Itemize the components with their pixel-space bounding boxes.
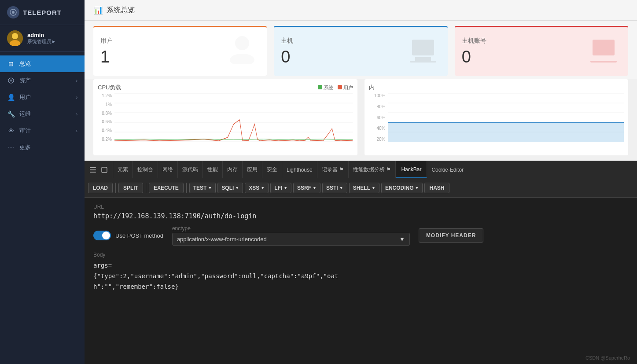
- sidebar-nav: ⊞ 总览 资产 › 👤 用户 › 🔧 运维 › 👁: [0, 52, 85, 156]
- enctype-select[interactable]: application/x-www-form-urlencoded ▼: [172, 233, 410, 246]
- dashboard-header: 📊 系统总览: [85, 0, 637, 21]
- sidebar-item-more[interactable]: ⋯ 更多: [0, 139, 85, 156]
- hash-button[interactable]: HASH: [424, 183, 449, 193]
- svg-rect-10: [410, 61, 436, 63]
- svg-rect-27: [90, 169, 96, 170]
- sidebar-item-users[interactable]: 👤 用户 ›: [0, 89, 85, 106]
- body-content[interactable]: args= {"type":2,"username":"admin","pass…: [93, 261, 628, 292]
- user-role-label: 系统管理员: [27, 38, 55, 45]
- post-toggle[interactable]: [93, 231, 111, 240]
- tab-recorder[interactable]: 记录器 ⚑: [317, 161, 349, 178]
- post-row: Use POST method enctype application/x-ww…: [93, 225, 628, 246]
- url-value[interactable]: http://192.168.139.138:7190/auth/do-logi…: [93, 212, 628, 220]
- ssti-button[interactable]: SSTI ▼: [322, 183, 347, 193]
- dashboard-header-icon: 📊: [93, 5, 103, 15]
- tab-sources[interactable]: 源代码: [178, 161, 203, 178]
- mem-yaxis: 100%80%60%40%20%: [369, 93, 387, 142]
- dashboard-cards: 用户 1 主机 0: [85, 21, 637, 79]
- test-button[interactable]: TEST ▼: [189, 183, 216, 193]
- svg-rect-11: [593, 40, 615, 55]
- sidebar: TELEPORT admin 系统管理员 ⊞ 总览: [0, 0, 85, 364]
- ssrf-button[interactable]: SSRF ▼: [293, 183, 320, 193]
- svg-rect-9: [415, 57, 431, 61]
- devtools-icon-select[interactable]: [99, 165, 109, 175]
- users-icon: 👤: [7, 93, 15, 101]
- card-users: 用户 1: [93, 26, 267, 76]
- sidebar-item-audit[interactable]: 👁 审计 ›: [0, 122, 85, 139]
- modify-header-button[interactable]: MODIFY HEADER: [419, 228, 483, 243]
- tab-application[interactable]: 应用: [243, 161, 262, 178]
- svg-point-7: [230, 54, 254, 64]
- devtools-tabs-list: 元素 控制台 网络 源代码 性能 内存 应用 安全 Lighthouse 记录器…: [113, 161, 637, 178]
- card-users-label: 用户: [100, 37, 113, 45]
- tab-perf-insights[interactable]: 性能数据分析 ⚑: [349, 161, 396, 178]
- cpu-chart-title: CPU负载: [98, 84, 121, 92]
- lfi-button[interactable]: LFI ▼: [270, 183, 291, 193]
- cpu-chart-svg: [114, 93, 353, 142]
- sidebar-item-ops[interactable]: 🔧 运维 ›: [0, 106, 85, 122]
- users-arrow-icon: ›: [76, 95, 77, 100]
- sidebar-user: admin 系统管理员: [0, 25, 85, 52]
- mem-chart-header: 内: [369, 84, 624, 92]
- toggle-knob: [102, 232, 110, 239]
- devtools-icon-menu[interactable]: [88, 165, 98, 175]
- execute-button[interactable]: EXECUTE: [149, 183, 184, 193]
- tab-network[interactable]: 网络: [158, 161, 178, 178]
- svg-rect-8: [412, 40, 434, 55]
- encoding-button[interactable]: ENCODING ▼: [381, 183, 423, 193]
- card-host-accounts-value: 0: [462, 48, 486, 66]
- cpu-chart: CPU负载 系统 用户 1.2%1%0.8%0.6%0.4%0.2%: [93, 79, 357, 155]
- sidebar-logo: TELEPORT: [0, 0, 85, 25]
- card-host-accounts-icon: [586, 35, 621, 68]
- footer-text: CSDN @SuperheRo: [585, 355, 630, 360]
- sidebar-item-label-ops: 运维: [19, 110, 31, 118]
- svg-rect-26: [90, 167, 96, 168]
- hackbar-body: URL http://192.168.139.138:7190/auth/do-…: [85, 198, 637, 364]
- tab-memory[interactable]: 内存: [223, 161, 243, 178]
- sidebar-item-label-users: 用户: [19, 93, 31, 101]
- sidebar-item-label-more: 更多: [19, 143, 31, 151]
- svg-point-6: [235, 36, 249, 50]
- split-button[interactable]: SPLIT: [118, 183, 143, 193]
- assets-arrow-icon: ›: [76, 78, 77, 83]
- card-hosts-icon: [405, 35, 441, 68]
- sqli-button[interactable]: SQLI ▼: [217, 183, 243, 193]
- tab-security[interactable]: 安全: [262, 161, 282, 178]
- ops-arrow-icon: ›: [76, 112, 77, 117]
- mem-chart-svg: [388, 93, 624, 142]
- tab-performance[interactable]: 性能: [203, 161, 223, 178]
- sidebar-logo-text: TELEPORT: [23, 9, 62, 16]
- card-host-accounts-info: 主机账号 0: [462, 37, 486, 66]
- toolbar-divider-1: [115, 183, 116, 193]
- load-button[interactable]: LOAD: [88, 183, 113, 193]
- toolbar-divider-2: [146, 183, 146, 193]
- sidebar-item-overview[interactable]: ⊞ 总览: [0, 55, 85, 72]
- url-section: URL http://192.168.139.138:7190/auth/do-…: [93, 204, 628, 220]
- ops-icon: 🔧: [7, 110, 15, 118]
- tab-elements[interactable]: 元素: [113, 161, 133, 178]
- svg-rect-12: [590, 61, 617, 63]
- cpu-chart-legend: 系统 用户: [318, 85, 353, 91]
- svg-point-3: [12, 33, 18, 39]
- shell-button[interactable]: SHELL ▼: [349, 183, 379, 193]
- devtools-icons-group: [85, 161, 113, 178]
- post-toggle-label: Use POST method: [115, 232, 163, 239]
- sidebar-item-assets[interactable]: 资产 ›: [0, 72, 85, 89]
- tab-hackbar[interactable]: HackBar: [396, 161, 427, 178]
- enctype-value: application/x-www-form-urlencoded: [177, 236, 267, 243]
- tab-lighthouse[interactable]: Lighthouse: [282, 161, 317, 178]
- sidebar-item-label-overview: 总览: [19, 60, 31, 68]
- right-panel: 📊 系统总览 用户 1: [85, 0, 637, 364]
- teleport-logo-icon: [7, 6, 19, 18]
- xss-button[interactable]: XSS ▼: [245, 183, 269, 193]
- body-section: Body args= {"type":2,"username":"admin",…: [93, 252, 628, 292]
- mem-chart-area: 100%80%60%40%20%: [369, 93, 624, 142]
- assets-icon: [7, 77, 15, 85]
- audit-arrow-icon: ›: [76, 129, 77, 133]
- card-users-value: 1: [100, 48, 113, 66]
- tab-console[interactable]: 控制台: [133, 161, 158, 178]
- enctype-group: enctype application/x-www-form-urlencode…: [172, 225, 410, 246]
- card-users-icon: [225, 33, 260, 70]
- svg-point-1: [12, 11, 15, 14]
- tab-cookie-editor[interactable]: Cookie-Editor: [427, 161, 468, 178]
